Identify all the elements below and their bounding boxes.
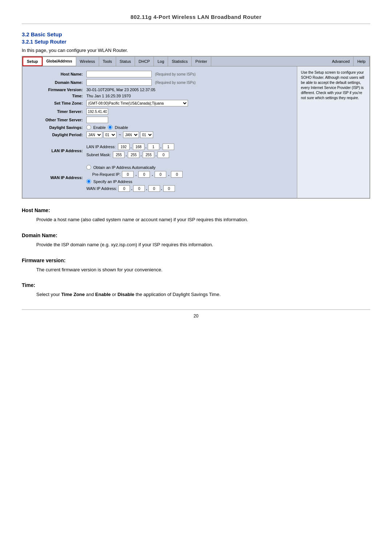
section-title: 3.2 Basic Setup <box>22 31 370 37</box>
lan-ip-4[interactable] <box>163 143 174 150</box>
time-desc-bold2: Enable <box>95 292 111 297</box>
nav-global-address[interactable]: Global Address <box>42 57 76 66</box>
wan-pre-4[interactable] <box>171 171 183 178</box>
timezone-select[interactable]: (GMT-08:00)Pacific Time(US&Canada);Tijua… <box>86 100 188 106</box>
subsection-title: 3.2.1 Setup Router <box>22 39 370 45</box>
daylight-disable-radio[interactable] <box>108 125 113 130</box>
timezone-row: Set Time Zone: (GMT-08:00)Pacific Time(U… <box>28 100 291 106</box>
wan-pre-sep1: . <box>135 172 137 177</box>
wan-pre-sep2: . <box>151 172 153 177</box>
daylight-from-day-select[interactable]: 01 <box>103 131 117 138</box>
wan-ip-2[interactable] <box>133 185 145 192</box>
daylight-period-value: JAN 01 ~ JAN 01 <box>86 131 153 138</box>
wan-ip-3[interactable] <box>148 185 160 192</box>
domain-name-row: Domain Name: (Required by some ISPs) <box>28 79 291 86</box>
timezone-value: (GMT-08:00)Pacific Time(US&Canada);Tijua… <box>86 100 188 106</box>
daylight-enable-radio[interactable] <box>86 125 91 130</box>
time-label: Time: <box>28 94 86 98</box>
wan-specify-label: Specify an IP Address <box>93 179 132 184</box>
subnet-sep1: . <box>125 153 127 157</box>
daylight-period-label: Daylight Period: <box>28 133 86 137</box>
lan-ip-1[interactable] <box>118 143 130 150</box>
wan-prerequest-label: Pre-Request IP: <box>92 172 121 177</box>
subnet-4[interactable] <box>158 151 169 158</box>
daylight-savings-label: Daylight Savings: <box>28 125 86 130</box>
lan-ip-sep3: . <box>160 145 162 149</box>
domain-name-required: (Required by some ISPs) <box>155 81 196 85</box>
time-desc-bold3: Disable <box>118 292 134 297</box>
firmware-desc: Firmware version: The current firmware v… <box>22 258 370 274</box>
timer-server-input[interactable] <box>86 108 108 115</box>
time-row: Time: Thu Jan 1 16:25:39 1970 <box>28 94 291 98</box>
lan-ip-label: LAN IP Address: <box>28 149 86 153</box>
daylight-period-row: Daylight Period: JAN 01 ~ JAN <box>28 131 291 138</box>
nav-setup[interactable]: Setup <box>23 57 42 66</box>
lan-ip-3[interactable] <box>148 143 159 150</box>
domain-name-desc-body: Provide the ISP domain name (e.g. xyz.is… <box>36 241 370 249</box>
firmware-row: Firmware Version: 30-01-10T20P6, Mar 23 … <box>28 88 291 92</box>
nav-help[interactable]: Help <box>354 57 369 66</box>
lan-ip-sep1: . <box>130 145 132 149</box>
nav-log[interactable]: Log <box>154 57 168 66</box>
daylight-to-month-select[interactable]: JAN <box>123 131 139 138</box>
nav-dhcp[interactable]: DHCP <box>135 57 154 66</box>
wan-obtain-radio[interactable] <box>86 165 91 170</box>
wan-ip-label: WAN IP Address: <box>28 175 86 180</box>
subnet-1[interactable] <box>113 151 124 158</box>
wan-ip-4[interactable] <box>163 185 175 192</box>
wan-ip-1[interactable] <box>118 185 130 192</box>
host-name-value: (Required by some ISPs) <box>86 71 196 77</box>
wan-ip-addr-row: WAN IP Address: . . . <box>86 185 183 192</box>
other-timer-label: Other Timer Server: <box>28 118 86 122</box>
wan-ip-value: Obtain an IP Address Automatically Pre-R… <box>86 165 183 192</box>
wan-pre-sep3: . <box>168 172 170 177</box>
nav-printer[interactable]: Printer <box>192 57 211 66</box>
time-desc-title: Time: <box>22 282 370 288</box>
host-name-desc-title: Host Name: <box>22 207 370 213</box>
intro-text: In this page, you can configure your WLA… <box>22 48 370 53</box>
time-desc-bold1: Time Zone <box>61 292 85 297</box>
time-desc: Time: Select your Time Zone and Enable o… <box>22 282 370 299</box>
daylight-disable-label: Disable <box>115 125 128 130</box>
nav-status[interactable]: Status <box>116 57 135 66</box>
daylight-savings-row: Daylight Savings: Enable Disable <box>28 125 291 130</box>
subnet-label: Subnet Mask: <box>86 153 111 157</box>
subnet-2[interactable] <box>128 151 139 158</box>
nav-spacer <box>211 57 328 66</box>
firmware-desc-body: The current firmware version is shown fo… <box>36 266 370 274</box>
host-name-required: (Required by some ISPs) <box>155 72 196 76</box>
other-timer-value <box>86 117 108 123</box>
nav-statistics[interactable]: Statistics <box>168 57 192 66</box>
panel-help: Use the Setup screen to configure your S… <box>297 66 369 198</box>
host-name-label: Host Name: <box>28 72 86 76</box>
domain-name-label: Domain Name: <box>28 80 86 85</box>
wan-pre-3[interactable] <box>155 171 166 178</box>
nav-tools[interactable]: Tools <box>99 57 116 66</box>
host-name-input[interactable] <box>86 71 152 77</box>
daylight-enable-label: Enable <box>93 125 106 130</box>
firmware-desc-title: Firmware version: <box>22 258 370 263</box>
daylight-savings-value: Enable Disable <box>86 125 128 130</box>
daylight-from-month-select[interactable]: JAN <box>86 131 102 138</box>
lan-ip-row: LAN IP Address: LAN IP Address: . . . <box>28 143 291 158</box>
page-title: 802.11g 4-Port Wireless LAN Broadband Ro… <box>22 7 370 24</box>
wan-ip-sep3: . <box>161 186 163 191</box>
other-timer-input[interactable] <box>86 117 108 123</box>
wan-pre-2[interactable] <box>138 171 150 178</box>
wan-pre-1[interactable] <box>122 171 134 178</box>
daylight-to-day-select[interactable]: 01 <box>140 131 153 138</box>
nav-wireless[interactable]: Wireless <box>76 57 99 66</box>
lan-ip-prefix-label: LAN IP Address: <box>86 145 116 149</box>
nav-advanced[interactable]: Advanced <box>328 57 354 66</box>
domain-name-input[interactable] <box>86 79 152 86</box>
wan-specify-radio[interactable] <box>86 179 91 184</box>
host-name-row: Host Name: (Required by some ISPs) <box>28 71 291 77</box>
other-timer-row: Other Timer Server: <box>28 117 291 123</box>
subnet-3[interactable] <box>143 151 154 158</box>
lan-ip-sep2: . <box>145 145 147 149</box>
subnet-sep3: . <box>155 153 157 157</box>
time-desc-body: Select your Time Zone and Enable or Disa… <box>36 291 370 299</box>
time-desc-pre: Select your <box>36 292 61 297</box>
lan-ip-2[interactable] <box>133 143 144 150</box>
timezone-label: Set Time Zone: <box>28 101 86 105</box>
